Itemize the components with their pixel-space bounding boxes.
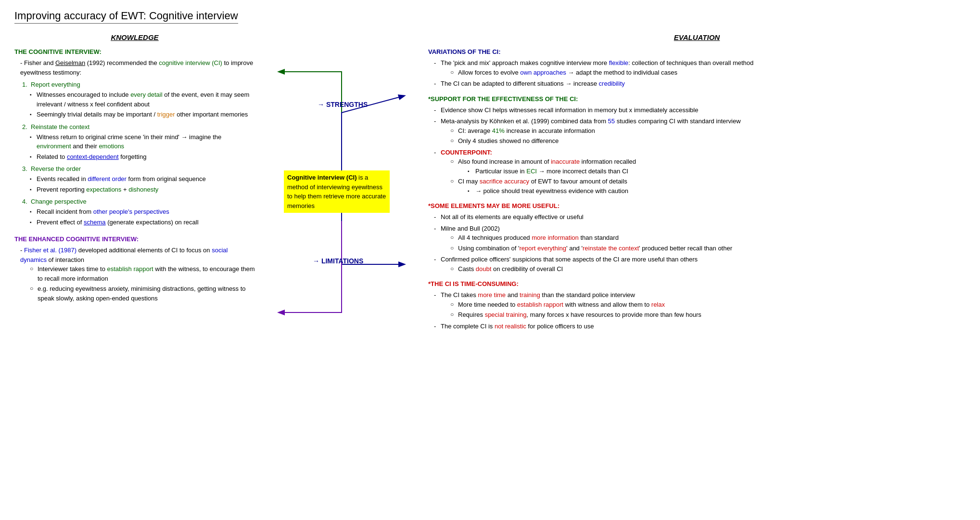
right-panel: EVALUATION VARIATIONS OF THE CI: The 'pi… — [419, 33, 966, 370]
technique-1-title: 1. Report everything — [22, 81, 255, 88]
bullet-2-1: Witness return to original crime scene '… — [30, 132, 255, 151]
some-elements-section: *SOME ELEMENTS MAY BE MORE USEFUL: Not a… — [428, 202, 966, 273]
bullet-2-2: Related to context-dependent forgetting — [30, 152, 255, 162]
some-elements-heading: *SOME ELEMENTS MAY BE MORE USEFUL: — [428, 202, 966, 209]
more-information-text: more information — [532, 234, 579, 241]
some-elements-item-1: Not all of its elements are equally effe… — [434, 212, 966, 222]
expectations-text: expectations — [86, 186, 121, 193]
dishonesty-text: dishonesty — [128, 186, 158, 193]
left-panel: KNOWLEDGE THE COGNITIVE INTERVIEW: - Fis… — [14, 33, 265, 370]
special-training-text: special training — [485, 311, 527, 318]
geiselman-link: Geiselman — [55, 59, 85, 66]
time-consuming-sub-1: More time needed to establish rapport wi… — [450, 300, 966, 320]
context-dependent-text: context-dependent — [67, 153, 119, 160]
some-elements-list: Not all of its elements are equally effe… — [434, 212, 966, 273]
center-panel: → STRENGTHS Cognitive interview (CI) is … — [265, 33, 419, 370]
training-text: training — [520, 291, 540, 299]
diagram-container: → STRENGTHS Cognitive interview (CI) is … — [269, 33, 414, 370]
variations-item-1: The 'pick and mix' approach makes cognit… — [434, 58, 966, 77]
technique-3-bullets: Events recalled in different order form … — [30, 174, 255, 194]
counterpoint-2: CI may sacrifice accuracy of EWT to favo… — [450, 177, 966, 195]
not-realistic-text: not realistic — [495, 323, 526, 330]
other-perspectives-text: other people's perspectives — [93, 208, 169, 215]
technique-4-bullets: Recall incident from other people's pers… — [30, 207, 255, 227]
technique-2: 2. Reinstate the context Witness return … — [22, 123, 255, 162]
reinstate-context-text: reinstate the context — [583, 245, 639, 252]
environment-text: environment — [37, 143, 71, 150]
eci-bullet-2: e.g. reducing eyewitness anxiety, minimi… — [30, 284, 255, 303]
some-sub-2-2: Using combination of 'report everything'… — [450, 244, 966, 253]
ci-intro: - Fisher and Geiselman (1992) recommende… — [20, 58, 255, 77]
center-definition-box: Cognitive interview (CI) is a method of … — [284, 170, 390, 213]
limitations-label: → LIMITATIONS — [313, 257, 363, 265]
bullet-4-1: Recall incident from other people's pers… — [30, 207, 255, 217]
time-sub-1-1: More time needed to establish rapport wi… — [450, 300, 966, 310]
main-layout: KNOWLEDGE THE COGNITIVE INTERVIEW: - Fis… — [14, 33, 966, 370]
eci-text: ECI — [526, 168, 537, 175]
eci-heading: THE ENHANCED COGNITIVE INTERVIEW: — [14, 235, 255, 243]
counterpoint-1-sub: Particular issue in ECI → more incorrect… — [468, 167, 966, 176]
counterpoint-2-sub: → police should treat eyewitness evidenc… — [468, 186, 966, 196]
variations-item-2: The CI can be adapted to different situa… — [434, 79, 966, 89]
41-percent-text: 41% — [492, 127, 505, 134]
time-consuming-item-1: The CI takes more time and training than… — [434, 290, 966, 320]
counterpoint-item: COUNTERPOINT: Also found increase in amo… — [434, 148, 966, 196]
some-sub-3-1: Casts doubt on credibility of overall CI — [450, 264, 966, 274]
evaluation-heading: EVALUATION — [428, 33, 966, 41]
support-section: *SUPPORT FOR THE EFFECTIVENESS OF THE CI… — [428, 95, 966, 196]
technique-1-bullets: Witnesses encouraged to include every de… — [30, 90, 255, 119]
some-elements-item-3: Confirmed police officers' suspicions th… — [434, 255, 966, 273]
technique-1: 1. Report everything Witnesses encourage… — [22, 81, 255, 119]
inaccurate-text: inaccurate — [551, 158, 580, 165]
flexible-text: flexible — [609, 59, 628, 66]
technique-4-title: 4. Change perspective — [22, 198, 255, 205]
establish-rapport-2: establish rapport — [517, 301, 563, 308]
ci-term: cognitive interview (CI) — [159, 59, 222, 66]
variations-sub-1-1: Allow forces to evolve own approaches → … — [450, 68, 966, 78]
variations-list: The 'pick and mix' approach makes cognit… — [434, 58, 966, 89]
some-elements-item-2: Milne and Bull (2002) All 4 techniques p… — [434, 224, 966, 253]
relax-text: relax — [651, 301, 665, 308]
some-sub-2-1: All 4 techniques produced more informati… — [450, 233, 966, 243]
time-consuming-section: *THE CI IS TIME-CONSUMING: The CI takes … — [428, 280, 966, 331]
technique-2-bullets: Witness return to original crime scene '… — [30, 132, 255, 162]
bullet-1-1: Witnesses encouraged to include every de… — [30, 90, 255, 109]
some-elements-sub-2: All 4 techniques produced more informati… — [450, 233, 966, 253]
more-time-text: more time — [478, 291, 506, 299]
strengths-label: → STRENGTHS — [318, 101, 368, 108]
technique-4: 4. Change perspective Recall incident fr… — [22, 198, 255, 227]
counterpoint-1-sub-1: Particular issue in ECI → more incorrect… — [468, 167, 966, 176]
ci-heading: THE COGNITIVE INTERVIEW: — [14, 48, 255, 55]
techniques-list: 1. Report everything Witnesses encourage… — [22, 81, 255, 227]
time-sub-1-2: Requires special training, many forces x… — [450, 310, 966, 320]
support-heading: *SUPPORT FOR THE EFFECTIVENESS OF THE CI… — [428, 95, 966, 103]
time-consuming-item-2: The complete CI is not realistic for pol… — [434, 322, 966, 331]
bullet-4-2: Prevent effect of schema (generate expec… — [30, 218, 255, 227]
knowledge-heading: KNOWLEDGE — [14, 33, 255, 41]
counterpoint-2-sub-1: → police should treat eyewitness evidenc… — [468, 186, 966, 196]
support-sub-2: CI: average 41% increase in accurate inf… — [450, 126, 966, 146]
every-detail: every detail — [130, 91, 162, 98]
support-item-2: Meta-analysis by Köhnken et al. (1999) c… — [434, 117, 966, 146]
variations-sub-1: Allow forces to evolve own approaches → … — [450, 68, 966, 78]
page-title: Improving accuracy of EWT: Cognitive int… — [14, 10, 238, 24]
technique-3: 3. Reverse the order Events recalled in … — [22, 165, 255, 194]
some-elements-sub-3: Casts doubt on credibility of overall CI — [450, 264, 966, 274]
technique-3-title: 3. Reverse the order — [22, 165, 255, 172]
eci-bullet-1: Interviewer takes time to establish rapp… — [30, 264, 255, 283]
emotions-text: emotions — [99, 143, 124, 150]
variations-heading: VARIATIONS OF THE CI: — [428, 48, 966, 55]
fisher-text: Fisher and — [24, 59, 55, 66]
support-list: Evidence show CI helps witnesses recall … — [434, 105, 966, 196]
counterpoint-sub: Also found increase in amount of inaccur… — [450, 157, 966, 195]
eci-content: - Fisher et al. (1987) developed additio… — [20, 246, 255, 303]
technique-2-title: 2. Reinstate the context — [22, 123, 255, 130]
time-consuming-list: The CI takes more time and training than… — [434, 290, 966, 331]
bullet-1-2: Seemingly trivial details may be importa… — [30, 110, 255, 119]
support-item-1: Evidence show CI helps witnesses recall … — [434, 105, 966, 115]
eci-bullets: Interviewer takes time to establish rapp… — [30, 264, 255, 303]
bullet-3-1: Events recalled in different order form … — [30, 174, 255, 184]
support-sub-2-2: Only 4 studies showed no difference — [450, 136, 966, 146]
ci-definition-highlight: Cognitive interview (CI) — [287, 174, 356, 181]
credibility-text: credibility — [599, 80, 625, 87]
